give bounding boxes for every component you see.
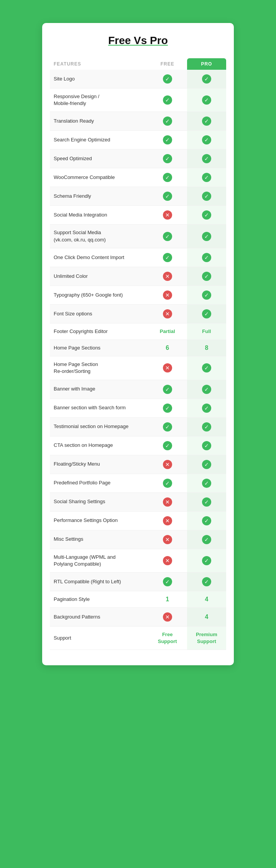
- pro-number-text: 8: [205, 345, 208, 351]
- free-cross-icon: ✕: [163, 363, 172, 372]
- pro-cell: ✓: [187, 187, 226, 206]
- feature-cell: Pagination Style: [50, 591, 148, 607]
- free-cross-icon: ✕: [163, 460, 172, 469]
- free-cell: ✓: [148, 436, 187, 455]
- free-cell: ✓: [148, 380, 187, 399]
- table-row: Speed Optimized ✓ ✓: [50, 149, 226, 168]
- pro-check-icon: ✓: [202, 556, 211, 565]
- feature-cell: Social Sharing Settings: [50, 492, 148, 511]
- free-check-icon: ✓: [163, 135, 172, 144]
- pro-cell: ✓: [187, 149, 226, 168]
- table-row: RTL Compatible (Right to Left) ✓ ✓: [50, 572, 226, 591]
- table-row: Banner with Image ✓ ✓: [50, 380, 226, 399]
- free-support-text: FreeSupport: [158, 632, 177, 644]
- table-row: Floating/Sticky Menu ✕ ✓: [50, 455, 226, 474]
- pro-check-icon: ✓: [202, 116, 211, 126]
- feature-cell: Predefined Portfolio Page: [50, 474, 148, 492]
- free-cell: ✕: [148, 455, 187, 474]
- table-row: CTA section on Homepage ✓ ✓: [50, 436, 226, 455]
- free-cell: ✕: [148, 608, 187, 627]
- pro-check-icon: ✓: [202, 422, 211, 432]
- pro-check-icon: ✓: [202, 309, 211, 318]
- free-cell: ✕: [148, 356, 187, 380]
- free-check-icon: ✓: [163, 74, 172, 84]
- pro-check-icon: ✓: [202, 74, 211, 84]
- table-row: Home Page Sections 6 8: [50, 340, 226, 356]
- pro-cell: ✓: [187, 304, 226, 323]
- free-cell: 1: [148, 591, 187, 607]
- pro-check-icon: ✓: [202, 95, 211, 105]
- table-row: Social Sharing Settings ✕ ✓: [50, 492, 226, 511]
- table-row: Support Social Media(vk.com, ok.ru, qq.c…: [50, 225, 226, 248]
- pro-cell: ✓: [187, 206, 226, 225]
- free-cross-icon: ✕: [163, 556, 172, 565]
- feature-cell: Banner section with Search form: [50, 399, 148, 417]
- free-cross-icon: ✕: [163, 309, 172, 318]
- comparison-card: Free Vs Pro FEATURES FREE PRO Site Logo …: [42, 23, 234, 665]
- pro-cell: ✓: [187, 399, 226, 417]
- table-row: Font Size options ✕ ✓: [50, 304, 226, 323]
- pro-check-icon: ✓: [202, 516, 211, 525]
- pro-check-icon: ✓: [202, 535, 211, 544]
- pro-check-icon: ✓: [202, 479, 211, 488]
- free-cell: ✓: [148, 131, 187, 149]
- pro-cell: PremiumSupport: [187, 627, 226, 650]
- pro-cell: ✓: [187, 89, 226, 112]
- pro-cell: ✓: [187, 474, 226, 492]
- pro-cell: ✓: [187, 131, 226, 149]
- feature-cell: Unlimited Color: [50, 267, 148, 286]
- table-row: Search Engine Optimized ✓ ✓: [50, 131, 226, 149]
- free-cell: ✓: [148, 474, 187, 492]
- pro-cell: ✓: [187, 112, 226, 131]
- feature-cell: Responsive Design /Mobile-friendly: [50, 89, 148, 112]
- free-cell: ✕: [148, 549, 187, 572]
- feature-cell: WooCommerce Compatible: [50, 168, 148, 187]
- table-row: Banner section with Search form ✓ ✓: [50, 399, 226, 417]
- free-cell: 6: [148, 340, 187, 356]
- table-row: Testimonial section on Homepage ✓ ✓: [50, 417, 226, 436]
- pro-check-icon: ✓: [202, 232, 211, 241]
- free-cross-icon: ✕: [163, 535, 172, 544]
- page-title: Free Vs Pro: [50, 34, 226, 47]
- free-cell: ✕: [148, 267, 187, 286]
- free-cell: ✓: [148, 70, 187, 89]
- pro-cell: ✓: [187, 436, 226, 455]
- col-header-pro: PRO: [187, 58, 226, 70]
- free-check-icon: ✓: [163, 95, 172, 105]
- pro-cell: 8: [187, 340, 226, 356]
- table-row: WooCommerce Compatible ✓ ✓: [50, 168, 226, 187]
- feature-cell: Testimonial section on Homepage: [50, 417, 148, 436]
- pro-number-text: 4: [205, 596, 208, 602]
- feature-cell: Performance Settings Option: [50, 511, 148, 530]
- pro-check-icon: ✓: [202, 154, 211, 163]
- free-check-icon: ✓: [163, 441, 172, 450]
- free-cell: ✕: [148, 304, 187, 323]
- pro-check-icon: ✓: [202, 497, 211, 507]
- free-check-icon: ✓: [163, 385, 172, 394]
- table-row: Unlimited Color ✕ ✓: [50, 267, 226, 286]
- table-row: Home Page SectionRe-order/Sorting ✕ ✓: [50, 356, 226, 380]
- pro-check-icon: ✓: [202, 192, 211, 201]
- free-check-icon: ✓: [163, 422, 172, 432]
- free-check-icon: ✓: [163, 116, 172, 126]
- table-row: Typography (650+ Google font) ✕ ✓: [50, 286, 226, 304]
- feature-cell: Background Patterns: [50, 608, 148, 627]
- pro-check-icon: ✓: [202, 441, 211, 450]
- free-check-icon: ✓: [163, 173, 172, 182]
- table-row: Site Logo ✓ ✓: [50, 70, 226, 89]
- feature-cell: Search Engine Optimized: [50, 131, 148, 149]
- free-cross-icon: ✕: [163, 210, 172, 220]
- free-check-icon: ✓: [163, 232, 172, 241]
- pro-check-icon: ✓: [202, 272, 211, 281]
- feature-cell: Misc Settings: [50, 530, 148, 549]
- free-number-text: 1: [166, 596, 169, 602]
- pro-check-icon: ✓: [202, 135, 211, 144]
- free-cross-icon: ✕: [163, 272, 172, 281]
- free-cross-icon: ✕: [163, 612, 172, 622]
- free-cell: ✓: [148, 248, 187, 267]
- free-cell: ✓: [148, 168, 187, 187]
- pro-cell: ✓: [187, 455, 226, 474]
- feature-cell: CTA section on Homepage: [50, 436, 148, 455]
- free-cell: ✕: [148, 511, 187, 530]
- free-cross-icon: ✕: [163, 290, 172, 300]
